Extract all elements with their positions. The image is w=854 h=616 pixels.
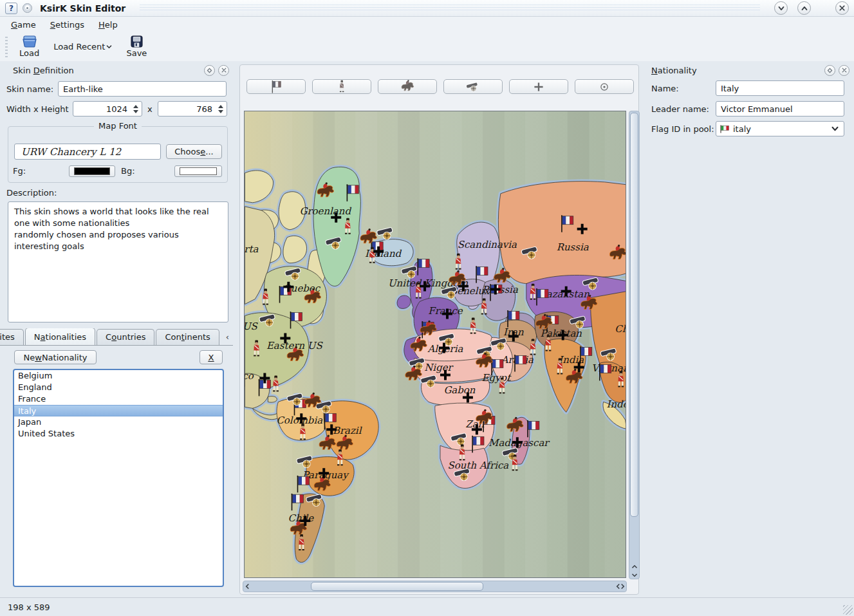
map-tool-add-button[interactable] — [509, 79, 568, 94]
height-spin-buttons[interactable] — [218, 101, 223, 117]
list-item[interactable]: France — [14, 393, 223, 405]
close-icon — [838, 4, 846, 12]
skin-definition-header: Skin Definition — [5, 63, 229, 77]
height-spinner[interactable] — [158, 101, 227, 117]
status-bar: 198 x 589 — [0, 597, 854, 616]
vscroll-thumb[interactable] — [630, 113, 638, 517]
load-recent-button[interactable]: Load Recent — [46, 42, 120, 51]
dock-float-button[interactable] — [824, 65, 835, 76]
add-icon — [530, 80, 547, 94]
flag-id-label: Flag ID in pool: — [651, 124, 714, 134]
tab-nationalities[interactable]: Nationalities — [25, 328, 95, 345]
chevron-down-icon — [831, 126, 839, 131]
fg-label: Fg: — [13, 166, 26, 176]
float-diamond-icon — [827, 68, 833, 73]
skin-definition-title: Skin Definition — [13, 66, 74, 75]
list-item[interactable]: Italy — [14, 405, 223, 416]
delete-nationality-button[interactable]: X — [200, 350, 223, 364]
nationalities-list[interactable]: BelgiumEnglandFranceItalyJapanUnited Sta… — [13, 369, 224, 587]
width-spinner[interactable] — [73, 101, 142, 117]
map-horizontal-scrollbar[interactable] — [243, 581, 627, 592]
skin-name-input[interactable] — [58, 81, 227, 97]
chevron-up-icon — [800, 4, 809, 13]
main-toolbar: Load Load Recent Save — [0, 32, 854, 61]
menu-help[interactable]: Help — [91, 18, 125, 32]
dock-close-button[interactable] — [839, 65, 849, 76]
fg-color-button[interactable] — [69, 165, 115, 177]
window-title: KsirK Skin Editor — [40, 3, 125, 14]
list-item[interactable]: Japan — [14, 416, 223, 428]
menu-game[interactable]: Game — [4, 18, 43, 32]
spin-down-icon[interactable] — [218, 110, 223, 113]
close-button[interactable] — [835, 1, 849, 15]
flag-id-combobox[interactable]: italy — [716, 121, 844, 136]
map-country-label: Scandinavia — [458, 239, 517, 250]
menu-settings[interactable]: Settings — [43, 18, 91, 32]
list-item[interactable]: England — [14, 382, 223, 393]
size-label: Width x Height — [6, 104, 69, 114]
description-textarea[interactable]: This skin shows a world that looks like … — [8, 201, 228, 322]
minimize-button[interactable] — [774, 1, 788, 15]
tab-scroll-buttons: ‹ › — [223, 332, 233, 342]
world-map[interactable]: rtaGroenlandIcelandQuebecUSEastern USMex… — [245, 111, 626, 578]
help-icon[interactable]: ? — [5, 3, 17, 14]
map-vertical-scrollbar[interactable] — [629, 111, 640, 579]
hscroll-thumb[interactable] — [311, 582, 483, 591]
tab-countries[interactable]: Countries — [97, 329, 154, 345]
tab-scroll-left-icon[interactable]: ‹ — [223, 332, 232, 342]
save-button[interactable]: Save — [120, 34, 153, 59]
map-country-label: Russia — [557, 241, 589, 253]
tab-sprites-partial[interactable]: rites — [0, 329, 24, 345]
skin-name-label: Skin name: — [6, 84, 53, 94]
map-country-label: South Africa — [448, 460, 509, 471]
width-spin-buttons[interactable] — [133, 101, 138, 117]
dock-float-button[interactable] — [204, 65, 215, 76]
app-icon[interactable] — [23, 3, 32, 13]
spin-down-icon[interactable] — [133, 110, 138, 113]
bg-color-button[interactable] — [174, 165, 222, 177]
title-bar: ? KsirK Skin Editor — [0, 0, 854, 17]
map-country-label: Brazil — [333, 425, 362, 436]
map-tool-anchor-button[interactable] — [575, 79, 634, 94]
list-item[interactable]: United States — [14, 428, 223, 440]
scroll-up-icon[interactable] — [631, 565, 638, 569]
chevron-down-icon — [106, 44, 112, 49]
scroll-left-icon[interactable] — [616, 583, 620, 590]
close-icon — [842, 68, 847, 73]
dock-close-button[interactable] — [218, 65, 229, 76]
spin-up-icon[interactable] — [218, 105, 223, 108]
resize-grip[interactable] — [843, 605, 853, 615]
map-font-preview: URW Chancery L 12 — [14, 144, 161, 160]
spin-up-icon[interactable] — [133, 105, 138, 108]
toolbar-drag-handle[interactable] — [5, 37, 8, 57]
scroll-right-icon[interactable] — [620, 583, 625, 590]
bg-swatch — [180, 167, 217, 175]
infantry-icon — [333, 80, 350, 94]
map-tool-cavalry-button[interactable] — [378, 79, 437, 94]
map-toolbar — [246, 79, 634, 95]
load-button[interactable]: Load — [13, 34, 46, 59]
flag-id-value: italy — [733, 124, 751, 134]
name-label: Name: — [651, 84, 679, 93]
map-canvas[interactable]: rtaGroenlandIcelandQuebecUSEastern USMex… — [244, 111, 626, 578]
height-input[interactable] — [158, 101, 227, 117]
tab-continents[interactable]: Continents — [156, 329, 219, 345]
choose-font-button[interactable]: Choose... — [166, 144, 222, 159]
maximize-button[interactable] — [797, 1, 811, 15]
scroll-left-icon[interactable] — [245, 583, 250, 590]
scroll-down-icon[interactable] — [631, 573, 638, 577]
map-country-label: Egypt — [482, 372, 512, 384]
map-tool-flag-button[interactable] — [246, 79, 306, 94]
map-country-label: US — [245, 321, 259, 332]
new-nationality-button[interactable]: New Nationality — [14, 350, 97, 364]
application-window: ? KsirK Skin Editor Game Settings Help L… — [0, 0, 854, 616]
save-floppy-icon — [131, 35, 143, 48]
map-country-label: Indonesia — [607, 398, 626, 410]
leader-name-input[interactable] — [716, 101, 844, 117]
cannon-icon — [465, 80, 481, 94]
width-input[interactable] — [73, 101, 142, 117]
map-tool-cannon-button[interactable] — [443, 79, 503, 94]
map-tool-infantry-button[interactable] — [312, 79, 371, 94]
list-item[interactable]: Belgium — [14, 370, 223, 382]
nationality-name-input[interactable] — [716, 80, 844, 96]
